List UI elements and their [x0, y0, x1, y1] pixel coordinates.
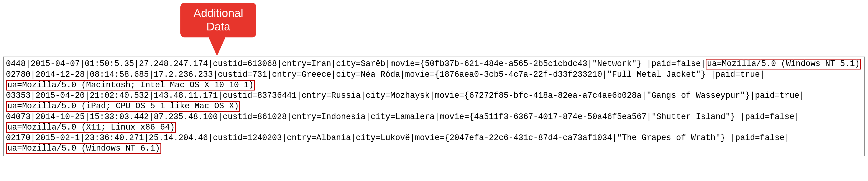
log-prefix-text: 03353|2015-04-20|21:02:40.532|143.48.11.…: [6, 91, 804, 100]
log-entry: 0448|2015-04-07|01:50:5.35|27.248.247.17…: [6, 59, 862, 69]
log-entry: 02170|2015-02-1|23:36:40.271|25.14.204.4…: [6, 133, 862, 154]
ua-highlight: ua=Mozilla/5.0 (Windows NT 5.1): [706, 59, 861, 69]
log-prefix-text: 02170|2015-02-1|23:36:40.271|25.14.204.4…: [6, 133, 789, 143]
log-entry: 03353|2015-04-20|21:02:40.532|143.48.11.…: [6, 90, 862, 112]
ua-highlight: ua=Mozilla/5.0 (Macintosh; Intel Mac OS …: [6, 80, 255, 91]
callout-pointer-icon: [207, 34, 227, 56]
log-entry: 04073|2014-10-25|15:33:03.442|87.235.48.…: [6, 112, 862, 133]
log-output-box: 0448|2015-04-07|01:50:5.35|27.248.247.17…: [3, 57, 865, 156]
log-entry: 02780|2014-12-28|08:14:58.685|17.2.236.2…: [6, 69, 862, 91]
ua-highlight: ua=Mozilla/5.0 (iPad; CPU OS 5 1 like Ma…: [6, 101, 240, 112]
log-prefix-text: 0448|2015-04-07|01:50:5.35|27.248.247.17…: [6, 59, 706, 68]
callout-line1: Additional: [193, 7, 243, 20]
callout-container: Additional Data: [0, 0, 868, 57]
ua-highlight: ua=Mozilla/5.0 (X11; Linux x86 64): [6, 122, 176, 133]
callout-badge: Additional Data: [180, 3, 256, 37]
log-prefix-text: 02780|2014-12-28|08:14:58.685|17.2.236.2…: [6, 70, 765, 79]
ua-highlight: ua=Mozilla/5.0 (Windows NT 6.1): [6, 143, 161, 154]
callout-line2: Data: [207, 20, 230, 33]
log-prefix-text: 04073|2014-10-25|15:33:03.442|87.235.48.…: [6, 112, 799, 121]
